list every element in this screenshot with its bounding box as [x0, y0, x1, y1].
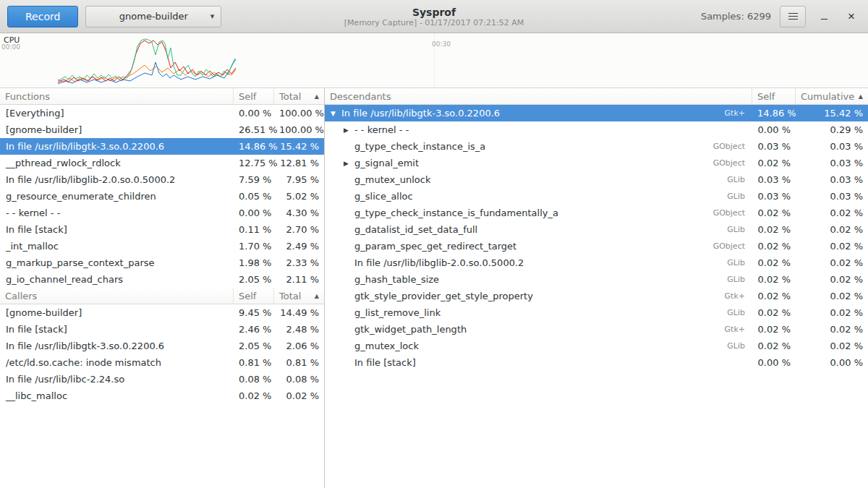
descendant-row-self: 0.02 % [752, 257, 796, 268]
caller-row-total: 0.02 % [274, 390, 324, 401]
window-title: Sysprof [412, 7, 456, 18]
expander-closed-icon[interactable]: ▶ [344, 160, 354, 167]
descendant-row-self: 0.02 % [752, 207, 796, 218]
descendant-row[interactable]: g_slice_allocGLib0.03 %0.03 % [325, 188, 868, 205]
sort-arrow-icon: ▲ [315, 93, 319, 100]
caller-row[interactable]: [gnome-builder]9.45 %14.49 % [0, 304, 324, 321]
descendant-row[interactable]: g_datalist_id_set_data_fullGLib0.02 %0.0… [325, 221, 868, 238]
function-row[interactable]: g_resource_enumerate_children0.05 %5.02 … [0, 188, 324, 205]
function-row[interactable]: __pthread_rwlock_rdlock12.75 %12.81 % [0, 155, 324, 171]
function-row[interactable]: - - kernel - -0.00 %4.30 % [0, 205, 324, 221]
function-row-self: 2.05 % [234, 274, 274, 285]
descendant-row-self: 0.02 % [752, 274, 796, 285]
function-row-self: 14.86 % [234, 141, 274, 152]
descendant-row[interactable]: ▼In file /usr/lib/libgtk-3.so.0.2200.6Gt… [325, 105, 868, 121]
caller-row[interactable]: In file /usr/lib/libc-2.24.so0.08 %0.08 … [0, 371, 324, 388]
descendant-row-cumulative: 15.42 % [796, 108, 868, 119]
function-row-total: 7.95 % [274, 174, 324, 185]
callers-column-header[interactable]: Callers [0, 288, 234, 304]
descendant-row-category: GLib [727, 225, 752, 234]
descendant-row-self: 14.86 % [752, 108, 796, 119]
minimize-button[interactable] [814, 6, 833, 27]
function-row-name: In file /usr/lib/libglib-2.0.so.0.5000.2 [0, 174, 234, 185]
function-row[interactable]: [Everything]0.00 %100.00 % [0, 105, 324, 121]
self-column-label: Self [239, 291, 256, 301]
descendant-row-name: g_mutex_unlock [354, 174, 430, 185]
descendant-row[interactable]: gtk_style_provider_get_style_propertyGtk… [325, 288, 868, 304]
descendant-row[interactable]: g_hash_table_sizeGLib0.02 %0.02 % [325, 271, 868, 288]
callers-self-column-header[interactable]: Self [234, 288, 274, 304]
descendant-row[interactable]: gtk_widget_path_lengthGtk+0.02 %0.02 % [325, 321, 868, 338]
caller-row[interactable]: In file /usr/lib/libgtk-3.so.0.2200.62.0… [0, 338, 324, 354]
caller-row-self: 0.02 % [234, 390, 274, 401]
expander-closed-icon[interactable]: ▶ [344, 127, 354, 134]
descendant-row-self: 0.00 % [752, 357, 796, 368]
descendants-self-column-header[interactable]: Self [752, 88, 796, 104]
function-row-name: [Everything] [0, 108, 234, 119]
descendant-row[interactable]: g_mutex_unlockGLib0.03 %0.03 % [325, 171, 868, 188]
descendant-row-category: GLib [727, 258, 752, 267]
caller-row[interactable]: In file [stack]2.46 %2.48 % [0, 321, 324, 338]
caller-row-name: [gnome-builder] [0, 307, 234, 318]
callers-column-label: Callers [5, 291, 37, 301]
cumulative-column-label: Cumulative [801, 91, 854, 102]
functions-table: [Everything]0.00 %100.00 %[gnome-builder… [0, 105, 324, 288]
caller-row-name: In file /usr/lib/libc-2.24.so [0, 374, 234, 385]
process-dropdown[interactable]: gnome-builder ▾ [85, 6, 221, 27]
function-row-self: 26.51 % [234, 124, 274, 135]
record-button[interactable]: Record [7, 6, 78, 27]
self-column-label: Self [239, 91, 256, 102]
descendant-row-name: gtk_style_provider_get_style_property [354, 291, 533, 301]
descendant-row-name: g_signal_emit [354, 158, 419, 168]
total-column-label: Total [279, 91, 301, 102]
function-row[interactable]: [gnome-builder]26.51 %100.00 % [0, 121, 324, 138]
descendant-row[interactable]: ▶g_signal_emitGObject0.02 %0.03 % [325, 155, 868, 171]
callers-total-column-header[interactable]: Total▲ [274, 288, 324, 304]
functions-total-column-header[interactable]: Total▲ [274, 88, 324, 104]
caller-row[interactable]: __libc_malloc0.02 %0.02 % [0, 388, 324, 404]
function-row-total: 100.00 % [274, 108, 324, 119]
descendant-row-self: 0.02 % [752, 324, 796, 335]
close-button[interactable]: × [842, 6, 861, 27]
descendant-row-self: 0.02 % [752, 224, 796, 235]
descendant-row-category: GObject [713, 241, 752, 251]
descendant-row[interactable]: g_param_spec_get_redirect_targetGObject0… [325, 238, 868, 254]
function-row[interactable]: g_io_channel_read_chars2.05 %2.11 % [0, 271, 324, 288]
caller-row[interactable]: /etc/ld.so.cache: inode mismatch0.81 %0.… [0, 354, 324, 371]
descendant-row-self: 0.02 % [752, 158, 796, 168]
descendant-row[interactable]: g_type_check_instance_is_fundamentally_a… [325, 205, 868, 221]
descendant-row-name: In file [stack] [354, 357, 416, 368]
sysprof-window: Record gnome-builder ▾ Sysprof [Memory C… [0, 0, 868, 488]
menu-button[interactable] [780, 6, 806, 27]
descendant-row[interactable]: g_type_check_instance_is_aGObject0.03 %0… [325, 138, 868, 155]
function-row[interactable]: In file [stack]0.11 %2.70 % [0, 221, 324, 238]
descendant-row-name: g_mutex_lock [354, 341, 419, 351]
cpu-graph[interactable]: CPU 00:00 00:30 [0, 33, 868, 88]
descendants-column-header[interactable]: Descendants [325, 88, 752, 104]
functions-column-label: Functions [5, 91, 50, 102]
caller-row-self: 2.05 % [234, 341, 274, 351]
descendant-row-self: 0.03 % [752, 191, 796, 202]
descendant-row-name: g_type_check_instance_is_fundamentally_a [354, 207, 558, 218]
function-row[interactable]: g_markup_parse_context_parse1.98 %2.33 % [0, 254, 324, 271]
descendant-row-cumulative: 0.02 % [796, 324, 868, 335]
function-row[interactable]: In file /usr/lib/libgtk-3.so.0.2200.614.… [0, 138, 324, 155]
descendant-row[interactable]: ▶- - kernel - -0.00 %0.29 % [325, 121, 868, 138]
function-row[interactable]: _int_malloc1.70 %2.49 % [0, 238, 324, 254]
descendant-row-category: GObject [713, 142, 752, 151]
function-row-self: 12.75 % [234, 158, 274, 168]
descendant-row[interactable]: g_list_remove_linkGLib0.02 %0.02 % [325, 304, 868, 321]
window-subtitle: [Memory Capture] - 01/17/2017 07:21:52 A… [344, 18, 524, 27]
function-row-self: 1.98 % [234, 257, 274, 268]
functions-column-header[interactable]: Functions [0, 88, 234, 104]
total-column-label: Total [279, 291, 301, 301]
descendant-row[interactable]: In file /usr/lib/libglib-2.0.so.0.5000.2… [325, 254, 868, 271]
function-row[interactable]: In file /usr/lib/libglib-2.0.so.0.5000.2… [0, 171, 324, 188]
descendant-row[interactable]: In file [stack]0.00 %0.00 % [325, 354, 868, 371]
descendant-row[interactable]: g_mutex_lockGLib0.02 %0.02 % [325, 338, 868, 354]
caller-row-name: In file [stack] [0, 324, 234, 335]
functions-self-column-header[interactable]: Self [234, 88, 274, 104]
caller-row-name: /etc/ld.so.cache: inode mismatch [0, 357, 234, 368]
descendants-cumulative-column-header[interactable]: Cumulative▲ [796, 88, 868, 104]
expander-open-icon[interactable]: ▼ [331, 110, 341, 117]
